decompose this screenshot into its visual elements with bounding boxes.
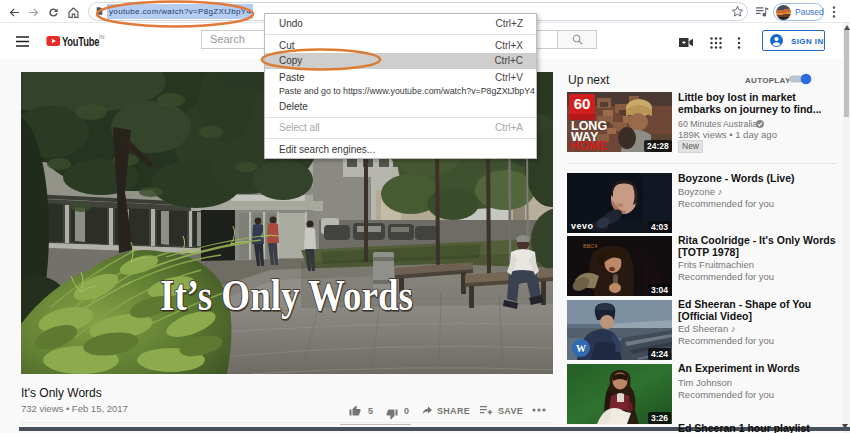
svg-text:vevo: vevo: [571, 221, 594, 231]
svg-text:It’s Only Words: It’s Only Words: [160, 270, 413, 320]
svg-text:BBC4: BBC4: [583, 243, 597, 249]
svg-text:HOME: HOME: [570, 139, 608, 152]
svg-text:W: W: [576, 343, 586, 354]
svg-text:60: 60: [574, 95, 591, 112]
